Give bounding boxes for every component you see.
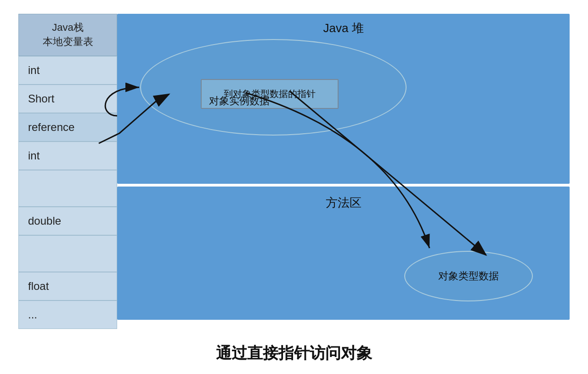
stack-cell-int1: int [18,56,117,85]
stack-table: Java栈 本地变量表 int Short reference int doub… [18,14,117,329]
stack-cell-double: double [18,207,117,235]
heap-oval: 到对象类型数据的指针 [140,39,407,136]
diagram-area: Java栈 本地变量表 int Short reference int doub… [18,14,570,329]
stack-cell-int2: int [18,142,117,170]
method-area-title: 方法区 [117,187,570,211]
caption: 通过直接指针访问对象 [216,343,372,364]
java-heap: Java 堆 到对象类型数据的指针 对象实例数据 [117,14,570,184]
stack-cell-float: float [18,272,117,300]
java-heap-title: Java 堆 [117,14,570,36]
stack-cell-reference: reference [18,113,117,142]
stack-cell-empty1 [18,170,117,207]
method-oval: 对象类型数据 [404,251,533,301]
stack-cell-ellipsis: ... [18,300,117,329]
method-area: 方法区 对象类型数据 [117,187,570,320]
instance-label: 对象实例数据 [209,94,270,108]
stack-header: Java栈 本地变量表 [18,14,117,56]
main-container: Java栈 本地变量表 int Short reference int doub… [0,0,588,374]
stack-cell-short: Short [18,85,117,113]
stack-cell-empty2 [18,235,117,272]
heap-method-area: Java 堆 到对象类型数据的指针 对象实例数据 方法区 [117,14,570,329]
